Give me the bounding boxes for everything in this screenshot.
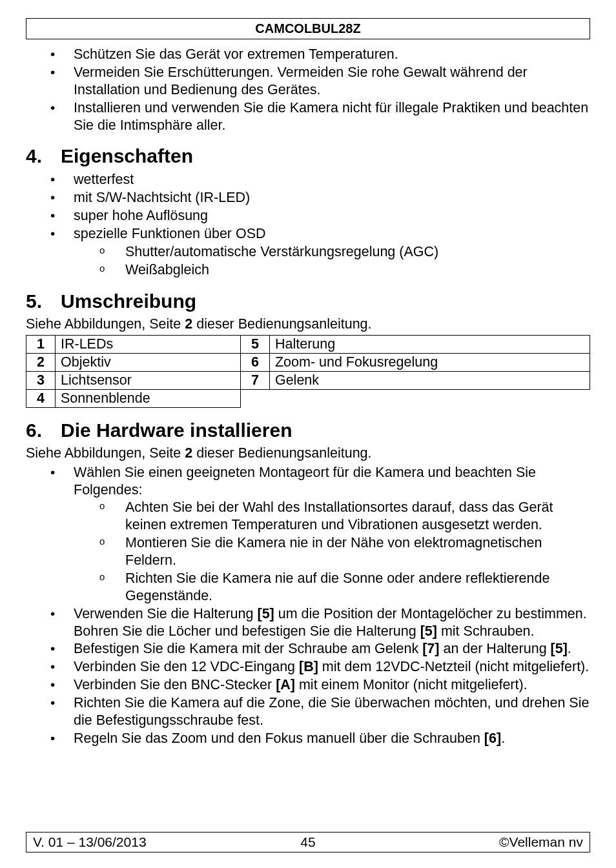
bullet-item: super hohe Auflösung [50,207,590,225]
bullet-item: Wählen Sie einen geeigneten Montageort f… [50,464,590,605]
ref: [6] [484,731,501,746]
sec6-bullets: Wählen Sie einen geeigneten Montageort f… [50,464,590,747]
section-number: 6. [26,419,61,441]
bullet-item: Verwenden Sie die Halterung [5] um die P… [50,605,590,640]
part-label: Objektiv [56,353,241,371]
sub-item: Montieren Sie die Kamera nie in der Nähe… [99,534,590,569]
text: Siehe Abbildungen, Seite [26,445,185,461]
part-num: 3 [26,371,56,389]
sec4-sublist: Shutter/automatische Verstärkungsregelun… [99,243,590,279]
ref: [A] [276,677,295,692]
section-number: 4. [26,145,61,167]
bullet-item: Befestigen Sie die Kamera mit der Schrau… [50,640,590,658]
empty-cell [269,389,590,407]
section-5-heading: 5.Umschreibung [26,290,590,312]
bullet-item: Vermeiden Sie Erschütterungen. Vermeiden… [50,64,590,99]
section-title: Umschreibung [61,290,196,312]
section-number: 5. [26,290,61,312]
bullet-item: Installieren und verwenden Sie die Kamer… [50,99,590,134]
text: Regeln Sie das Zoom und den Fokus manuel… [74,731,484,746]
part-label: Sonnenblende [56,389,241,407]
page-ref: 2 [185,316,192,332]
table-row: 4 Sonnenblende [26,389,590,407]
footer: V. 01 – 13/06/2013 45 ©Velleman nv [26,832,590,853]
sub-item: Achten Sie bei der Wahl des Installation… [99,499,590,534]
header-title: CAMCOLBUL28Z [26,18,590,39]
text: Verwenden Sie die Halterung [74,606,257,621]
ref: [B] [299,659,318,674]
part-num: 2 [26,353,56,371]
part-label: Halterung [269,335,590,353]
bullet-item: mit S/W-Nachtsicht (IR-LED) [50,189,590,207]
part-label: Gelenk [269,371,590,389]
bullet-item: Regeln Sie das Zoom und den Fokus manuel… [50,730,590,747]
sec4-bullets: wetterfest mit S/W-Nachtsicht (IR-LED) s… [50,171,590,278]
text: mit dem 12VDC-Netzteil (nicht mitgeliefe… [318,659,589,674]
text: mit Schrauben. [437,623,535,639]
text: dieser Bedienungsanleitung. [192,316,371,332]
bullet-item: Richten Sie die Kamera auf die Zone, die… [50,694,590,729]
part-num: 6 [240,353,269,371]
bullet-text: spezielle Funktionen über OSD [74,226,266,241]
sub-item: Weißabgleich [99,261,590,279]
sec5-intro: Siehe Abbildungen, Seite 2 dieser Bedien… [26,316,590,332]
part-label: Lichtsensor [56,371,241,389]
text: Befestigen Sie die Kamera mit der Schrau… [74,641,422,656]
empty-cell [240,389,269,407]
ref: [5] [420,623,437,639]
part-num: 7 [240,371,269,389]
bullet-text: Wählen Sie einen geeigneten Montageort f… [74,465,536,498]
section-4-heading: 4.Eigenschaften [26,145,590,167]
page-ref: 2 [185,445,192,461]
part-num: 4 [26,389,56,407]
text: . [568,641,571,656]
part-num: 1 [26,335,56,353]
text: Verbinden Sie den 12 VDC-Eingang [74,659,299,674]
intro-bullet-list: Schützen Sie das Gerät vor extremen Temp… [50,46,590,134]
footer-version: V. 01 – 13/06/2013 [33,834,147,850]
text: Verbinden Sie den BNC-Stecker [74,677,276,692]
sec6-intro: Siehe Abbildungen, Seite 2 dieser Bedien… [26,445,590,461]
text: Siehe Abbildungen, Seite [26,316,185,332]
bullet-item: spezielle Funktionen über OSD Shutter/au… [50,225,590,279]
sec6-sublist: Achten Sie bei der Wahl des Installation… [99,499,590,604]
ref: [5] [551,641,568,656]
sub-item: Shutter/automatische Verstärkungsregelun… [99,243,590,261]
table-row: 3 Lichtsensor 7 Gelenk [26,371,590,389]
part-label: Zoom- und Fokusregelung [269,353,590,371]
ref: [5] [257,606,274,621]
text: dieser Bedienungsanleitung. [192,445,371,461]
table-row: 1 IR-LEDs 5 Halterung [26,335,590,353]
table-row: 2 Objektiv 6 Zoom- und Fokusregelung [26,353,590,371]
text: . [501,731,505,746]
footer-copyright: ©Velleman nv [499,834,583,850]
text: an der Halterung [439,641,550,656]
part-num: 5 [240,335,269,353]
section-title: Eigenschaften [61,145,193,167]
bullet-item: Verbinden Sie den BNC-Stecker [A] mit ei… [50,676,590,694]
text: mit einem Monitor (nicht mitgeliefert). [295,677,528,692]
bullet-item: Verbinden Sie den 12 VDC-Eingang [B] mit… [50,658,590,676]
bullet-item: Schützen Sie das Gerät vor extremen Temp… [50,46,590,63]
bullet-item: wetterfest [50,171,590,188]
ref: [7] [422,641,439,656]
part-label: IR-LEDs [56,335,241,353]
sub-item: Richten Sie die Kamera nie auf die Sonne… [99,570,590,605]
section-6-heading: 6.Die Hardware installieren [26,419,590,441]
parts-table: 1 IR-LEDs 5 Halterung 2 Objektiv 6 Zoom-… [26,335,590,408]
section-title: Die Hardware installieren [61,419,292,441]
